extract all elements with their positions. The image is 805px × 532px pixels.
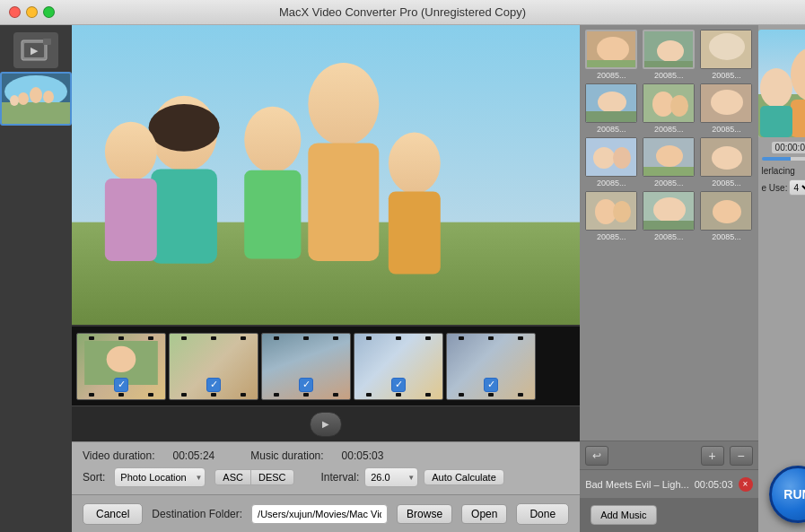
controls-bar: Video duration: 00:05:24 Music duration:… bbox=[72, 441, 580, 494]
svg-point-62 bbox=[760, 68, 792, 108]
film-frame-5[interactable]: ✓ bbox=[446, 333, 536, 400]
use-select[interactable]: 4 2 8 bbox=[789, 179, 805, 196]
use-label: e Use: bbox=[762, 183, 788, 193]
minimize-button[interactable] bbox=[26, 6, 38, 18]
playback-controls: ▶ bbox=[72, 406, 580, 441]
cancel-button[interactable]: Cancel bbox=[83, 503, 143, 525]
photo-label-8: 20085... bbox=[654, 179, 684, 188]
photo-thumb-4[interactable]: 20085... bbox=[584, 83, 638, 134]
photo-label-2: 20085... bbox=[654, 71, 684, 80]
film-frame-3[interactable]: ✓ bbox=[261, 333, 351, 400]
photo-thumb-10[interactable]: 20085... bbox=[584, 191, 638, 241]
video-duration-value: 00:05:24 bbox=[173, 449, 215, 462]
photo-image-11 bbox=[643, 191, 695, 231]
close-button[interactable] bbox=[9, 6, 21, 18]
add-music-button[interactable]: Add Music bbox=[591, 505, 656, 525]
sort-dropdown[interactable]: Photo Location File Name Date Created bbox=[114, 467, 206, 487]
svg-point-39 bbox=[670, 95, 688, 117]
destination-path-input[interactable] bbox=[251, 504, 388, 524]
frame-checkbox-3[interactable]: ✓ bbox=[299, 378, 313, 392]
photo-thumb-3[interactable]: 20085... bbox=[699, 30, 753, 80]
svg-point-33 bbox=[709, 33, 745, 60]
photo-thumb-11[interactable]: 20085... bbox=[642, 191, 696, 241]
bottom-bar: Cancel Destination Folder: Browse Open D… bbox=[72, 494, 580, 532]
film-frame-1[interactable]: ✓ bbox=[76, 333, 166, 400]
music-duration-value: 00:05:03 bbox=[342, 449, 384, 462]
interval-dropdown[interactable]: 24.0 25.0 26.0 30.0 bbox=[364, 467, 418, 487]
svg-point-44 bbox=[613, 147, 631, 169]
photo-grid-area: 20085... 20085... 20085... bbox=[580, 25, 757, 440]
nav-back-button[interactable]: ↩ bbox=[585, 446, 608, 466]
svg-point-9 bbox=[43, 91, 54, 103]
photo-thumb-2[interactable]: 20085... bbox=[642, 30, 696, 80]
svg-point-35 bbox=[598, 92, 626, 113]
frame-checkbox-1[interactable]: ✓ bbox=[114, 378, 128, 392]
interval-select-wrapper: 24.0 25.0 26.0 30.0 bbox=[364, 467, 418, 487]
grid-navigation: ↩ + − bbox=[580, 440, 757, 469]
photo-thumb-9[interactable]: 20085... bbox=[699, 137, 753, 188]
right-panel: 20085... 20085... 20085... bbox=[580, 25, 757, 532]
svg-rect-14 bbox=[151, 169, 217, 263]
svg-rect-36 bbox=[586, 111, 637, 123]
interval-group: Interval: 24.0 25.0 26.0 30.0 Auto Calcu… bbox=[321, 467, 504, 487]
destination-label: Destination Folder: bbox=[152, 508, 242, 520]
photo-thumb-5[interactable]: 20085... bbox=[642, 83, 696, 134]
browse-button[interactable]: Browse bbox=[397, 504, 452, 524]
titlebar: MacX Video Converter Pro (Unregistered C… bbox=[0, 0, 805, 25]
photo-label-6: 20085... bbox=[712, 125, 741, 134]
photo-thumb-6[interactable]: 20085... bbox=[699, 83, 753, 134]
photo-image-12 bbox=[700, 191, 752, 231]
photo-image-1 bbox=[585, 30, 637, 69]
media-thumbnail[interactable] bbox=[0, 72, 72, 126]
film-frame-4[interactable]: ✓ bbox=[354, 333, 443, 400]
music-remove-button[interactable]: × bbox=[739, 477, 753, 492]
add-media-icon[interactable]: ▶ bbox=[13, 32, 58, 68]
photo-thumb-1[interactable]: 20085... bbox=[584, 30, 638, 80]
photo-thumb-7[interactable]: 20085... bbox=[584, 137, 638, 188]
svg-point-10 bbox=[10, 95, 19, 106]
photo-thumb-8[interactable]: 20085... bbox=[642, 137, 696, 188]
frame-checkbox-4[interactable]: ✓ bbox=[391, 378, 406, 392]
frame-checkbox-5[interactable]: ✓ bbox=[484, 378, 498, 392]
svg-rect-28 bbox=[587, 60, 637, 69]
window-controls bbox=[9, 6, 55, 18]
desc-button[interactable]: DESC bbox=[251, 470, 293, 484]
photo-image-9 bbox=[700, 137, 752, 177]
done-button[interactable]: Done bbox=[516, 503, 569, 525]
open-button[interactable]: Open bbox=[461, 504, 507, 524]
sort-interval-row: Sort: Photo Location File Name Date Crea… bbox=[83, 467, 569, 487]
interval-label: Interval: bbox=[321, 471, 360, 484]
film-frame-2[interactable]: ✓ bbox=[169, 333, 258, 400]
photo-image-4 bbox=[585, 83, 637, 123]
photo-label-10: 20085... bbox=[597, 232, 626, 241]
video-preview bbox=[72, 25, 580, 325]
play-button[interactable]: ▶ bbox=[310, 412, 342, 437]
asc-desc-group: ASC DESC bbox=[214, 469, 293, 485]
right-preview-image bbox=[758, 30, 805, 137]
frame-checkbox-2[interactable]: ✓ bbox=[206, 378, 221, 392]
svg-rect-63 bbox=[760, 106, 792, 137]
photo-label-7: 20085... bbox=[597, 179, 626, 188]
nav-minus-button[interactable]: − bbox=[730, 446, 753, 466]
svg-rect-31 bbox=[644, 61, 695, 69]
svg-point-20 bbox=[389, 133, 441, 194]
photo-thumb-12[interactable]: 20085... bbox=[699, 191, 753, 241]
asc-button[interactable]: ASC bbox=[215, 470, 251, 484]
run-button[interactable]: RUN bbox=[769, 466, 805, 523]
progress-slider[interactable] bbox=[762, 157, 805, 161]
svg-point-49 bbox=[712, 146, 742, 170]
svg-rect-23 bbox=[105, 179, 157, 261]
info-row: Video duration: 00:05:24 Music duration:… bbox=[83, 449, 569, 462]
svg-rect-19 bbox=[244, 170, 301, 259]
svg-rect-61 bbox=[791, 100, 805, 137]
nav-plus-button[interactable]: + bbox=[701, 446, 724, 466]
svg-point-7 bbox=[18, 92, 29, 105]
video-duration-label: Video duration: bbox=[83, 449, 155, 462]
center-panel: ✓ ✓ ✓ ✓ bbox=[72, 25, 580, 532]
photo-grid: 20085... 20085... 20085... bbox=[584, 30, 753, 241]
svg-point-15 bbox=[149, 104, 220, 152]
interlacing-label: lerlacing bbox=[762, 166, 795, 176]
maximize-button[interactable] bbox=[43, 6, 55, 18]
auto-calculate-button[interactable]: Auto Calculate bbox=[424, 469, 504, 485]
photo-image-2 bbox=[643, 30, 695, 69]
